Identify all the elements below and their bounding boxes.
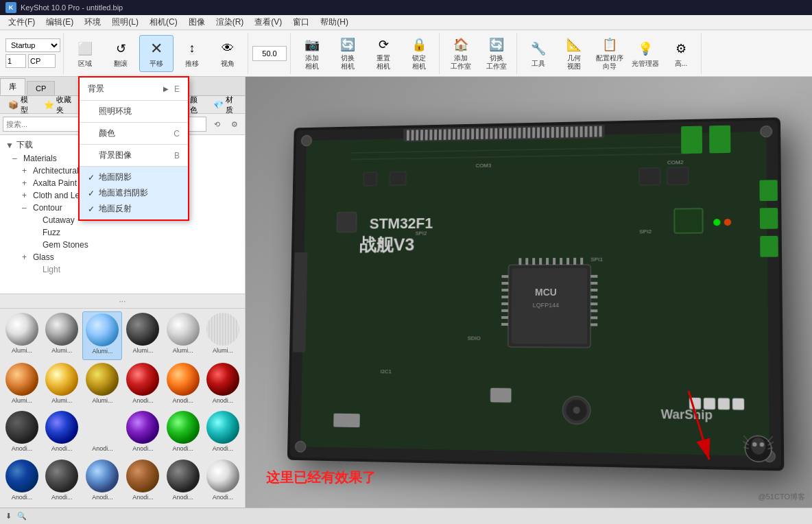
startup-select[interactable]: Startup	[5, 38, 60, 52]
material-sphere-17	[206, 411, 239, 444]
subtab-model[interactable]: 📦 模型	[3, 93, 37, 117]
light-mgr-label: 光管理器	[632, 60, 659, 68]
material-label-8: Alumi...	[84, 397, 120, 404]
star-icon: ⭐	[44, 100, 54, 110]
material-sphere-15	[126, 411, 159, 444]
material-item-6[interactable]: Alumi...	[3, 361, 41, 409]
svg-rect-36	[547, 127, 549, 138]
tree-gemstones[interactable]: Gem Stones	[0, 239, 245, 251]
material-label-13: Anodi...	[44, 445, 80, 452]
tree-fuzz[interactable]: Fuzz	[0, 226, 245, 239]
geo-view-btn[interactable]: 📐 几何视图	[557, 35, 591, 72]
region-btn[interactable]: ⬜ 区域	[68, 35, 102, 72]
color-shortcut: C	[174, 129, 180, 139]
shadow-section: ✓ 地面阴影 ✓ 地面遮挡阴影 ✓ 地面反射	[80, 167, 188, 219]
material-item-15[interactable]: Anodi...	[123, 409, 162, 457]
bg-header[interactable]: 背景 ▶ E	[80, 80, 188, 97]
svg-rect-101	[704, 398, 715, 409]
panel-resize-handle[interactable]: ···	[0, 294, 245, 309]
subtab-favorites[interactable]: ⭐ 收藏夹	[38, 93, 79, 117]
menubar: 文件(F) 编辑(E) 环境 照明(L) 相机(C) 图像 渲染(R) 查看(V…	[0, 15, 812, 30]
material-item-20[interactable]: Anodi...	[82, 458, 122, 505]
svg-rect-80	[573, 258, 576, 265]
config-wizard-btn[interactable]: 📋 配置程序向导	[593, 35, 627, 72]
field1-input[interactable]	[5, 54, 26, 68]
light-mgr-btn[interactable]: 💡 光管理器	[628, 35, 662, 72]
reset-camera-btn[interactable]: ⟳ 重置相机	[366, 35, 401, 72]
lighting-item[interactable]: 照明环境	[80, 104, 188, 119]
material-item-19[interactable]: Anodi...	[43, 458, 81, 505]
material-item-8[interactable]: Alumi...	[82, 361, 122, 409]
zoom-input[interactable]	[252, 46, 287, 61]
add-camera-btn[interactable]: 📷 添加相机	[295, 35, 329, 72]
tools-group: 🔧 工具 📐 几何视图 📋 配置程序向导 💡 光管理器 ⚙ 高...	[518, 33, 702, 74]
svg-rect-56	[502, 275, 509, 278]
menu-edit[interactable]: 编辑(E)	[40, 15, 79, 29]
menu-image[interactable]: 图像	[183, 15, 211, 29]
material-item-0[interactable]: Alumi...	[3, 311, 41, 360]
material-sphere-4	[167, 313, 200, 346]
backplate-shortcut: B	[174, 151, 180, 160]
menu-env[interactable]: 环境	[79, 15, 106, 29]
material-item-13[interactable]: Anodi...	[43, 409, 81, 457]
ground-reflection-item[interactable]: ✓ 地面反射	[80, 201, 188, 217]
material-item-17[interactable]: Anodi...	[204, 409, 242, 457]
lock-camera-btn[interactable]: 🔒 锁定相机	[402, 35, 436, 72]
tools-btn[interactable]: 🔧 工具	[521, 35, 556, 72]
svg-rect-45	[590, 126, 593, 137]
dolly-btn[interactable]: ↕ 推移	[175, 35, 209, 72]
pan-btn[interactable]: ✕ 平移	[139, 35, 174, 72]
more-btn[interactable]: ⚙ 高...	[664, 35, 698, 72]
field2-input[interactable]	[28, 54, 56, 68]
svg-rect-75	[539, 258, 542, 265]
color-item[interactable]: 颜色 C	[80, 126, 188, 141]
add-studio-btn[interactable]: 🏠 添加工作室	[444, 35, 478, 72]
material-item-5[interactable]: Alumi...	[204, 311, 242, 360]
material-item-21[interactable]: Anodi...	[123, 458, 162, 505]
menu-view[interactable]: 查看(V)	[249, 15, 287, 29]
menu-camera[interactable]: 相机(C)	[144, 15, 183, 29]
status-search-icon[interactable]: 🔍	[17, 512, 27, 521]
menu-help[interactable]: 帮助(H)	[315, 15, 354, 29]
search-refresh-btn[interactable]: ⟲	[209, 117, 224, 132]
ground-occlusion-item[interactable]: ✓ 地面遮挡阴影	[80, 185, 188, 201]
material-item-12[interactable]: Anodi...	[3, 409, 41, 457]
svg-rect-48	[681, 126, 702, 154]
material-item-4[interactable]: Alumi...	[164, 311, 202, 360]
switch-studio-label: 切换工作室	[486, 54, 507, 71]
tree-glass[interactable]: + Glass	[0, 251, 245, 263]
roll-btn[interactable]: ↺ 翻滚	[104, 35, 138, 72]
switch-studio-btn[interactable]: 🔄 切换工作室	[479, 35, 514, 72]
svg-rect-89	[390, 171, 406, 185]
menu-window[interactable]: 窗口	[287, 15, 315, 29]
fov-btn[interactable]: 👁 视角	[211, 35, 245, 72]
menu-render[interactable]: 渲染(R)	[211, 15, 250, 29]
material-sphere-1	[45, 313, 78, 346]
menu-lighting[interactable]: 照明(L)	[106, 15, 144, 29]
material-item-3[interactable]: Alumi...	[123, 311, 162, 360]
tree-light[interactable]: Light	[0, 263, 245, 276]
material-item-14[interactable]: Anodi...	[82, 409, 122, 457]
backplate-item[interactable]: 背景图像 B	[80, 147, 188, 163]
material-item-11[interactable]: Anodi...	[204, 361, 242, 409]
material-item-16[interactable]: Anodi...	[164, 409, 202, 457]
ground-shadow-item[interactable]: ✓ 地面阴影	[80, 169, 188, 185]
dropdown-menu: 背景 ▶ E 照明环境 颜色 C 背景图像 B ✓ 地面阴影 ✓	[79, 77, 189, 220]
material-item-18[interactable]: Anodi...	[3, 458, 41, 505]
search-settings-btn[interactable]: ⚙	[227, 117, 242, 132]
contour-expander: –	[22, 203, 32, 213]
material-item-1[interactable]: Alumi...	[43, 311, 81, 360]
menu-file[interactable]: 文件(F)	[3, 15, 40, 29]
viewport[interactable]: MCU LQFP144 STM32F1 战舰V3 WarShip	[246, 77, 812, 508]
material-item-7[interactable]: Alumi...	[43, 361, 81, 409]
material-item-9[interactable]: Anodi...	[123, 361, 162, 409]
status-download-icon[interactable]: ⬇	[5, 512, 12, 521]
material-item-22[interactable]: Anodi...	[164, 458, 202, 505]
switch-camera-btn[interactable]: 🔄 切换相机	[331, 35, 365, 72]
material-item-2[interactable]: Alumi...	[82, 311, 122, 360]
subtab-material[interactable]: 💎 材质	[208, 93, 242, 117]
material-item-10[interactable]: Anodi...	[164, 361, 202, 409]
lock-camera-label: 锁定相机	[412, 54, 426, 71]
material-item-23[interactable]: Anodi...	[204, 458, 242, 505]
svg-point-111	[301, 135, 311, 146]
